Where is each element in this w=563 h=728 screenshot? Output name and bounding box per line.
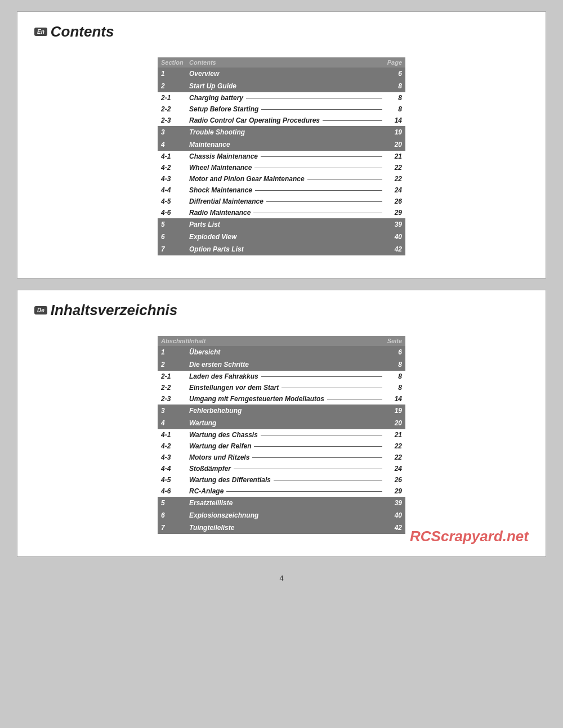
toc-content-text: Setup Before Starting [189, 105, 385, 113]
toc-content-text: Overview [189, 70, 385, 78]
toc-row: 7 Tuingteileliste 42 [158, 522, 405, 534]
toc-page-number: 22 [385, 453, 402, 461]
line-filler [327, 399, 382, 399]
toc-section-number: 4-1 [161, 431, 189, 439]
toc-page-number: 29 [385, 487, 402, 495]
german-contents-section: De Inhaltsverzeichnis Abschnitt Inhalt S… [17, 290, 546, 557]
toc-page-number: 8 [385, 372, 402, 380]
toc-section-number: 1 [161, 70, 189, 78]
content-label: Option Parts List [189, 245, 244, 253]
toc-section-number: 4-3 [161, 175, 189, 183]
content-label: Wartung [189, 419, 216, 427]
line-filler [282, 388, 382, 388]
toc-content-text: Explosionszeichnung [189, 511, 385, 519]
toc-page-number: 26 [385, 197, 402, 205]
toc-section-number: 2 [161, 82, 189, 90]
toc-section-number: 2-2 [161, 384, 189, 392]
watermark: RCScrapyard.net [410, 528, 529, 545]
content-label: Fehlerbehebung [189, 407, 242, 415]
toc-content-text: RC-Anlage [189, 487, 385, 495]
line-filler [255, 190, 382, 191]
toc-content-text: Chassis Maintenance [189, 152, 385, 160]
toc-content-text: Diffrential Maintenance [189, 197, 385, 205]
content-label: Übersicht [189, 348, 220, 356]
toc-content-text: Motor and Pinion Gear Maintenance [189, 175, 385, 183]
toc-page-number: 24 [385, 186, 402, 194]
toc-section-number: 4-1 [161, 152, 189, 160]
german-toc: Abschnitt Inhalt Seite 1 Übersicht 6 2 D… [158, 336, 405, 534]
content-label: Shock Maintenance [189, 186, 252, 194]
toc-section-number: 4-5 [161, 197, 189, 205]
toc-row: 1 Overview 6 [158, 68, 405, 80]
toc-section-number: 2-1 [161, 372, 189, 380]
line-filler [246, 98, 382, 98]
toc-content-text: Option Parts List [189, 245, 385, 253]
content-label: Wheel Maintenance [189, 164, 252, 172]
content-label: Charging battery [189, 94, 243, 102]
content-label: Diffrential Maintenance [189, 197, 263, 205]
line-filler [261, 435, 382, 435]
content-label: Radio Maintenance [189, 209, 251, 217]
content-label: Tuingteileliste [189, 524, 234, 532]
toc-row: 4-6 RC-Anlage 29 [158, 486, 405, 497]
toc-page-number: 40 [385, 233, 402, 241]
line-filler [254, 168, 382, 168]
toc-content-text: Shock Maintenance [189, 186, 385, 194]
toc-row: 4-3 Motor and Pinion Gear Maintenance 22 [158, 173, 405, 185]
toc-row: 4-4 Stoßdämpfer 24 [158, 463, 405, 474]
content-label: Explosionszeichnung [189, 511, 258, 519]
toc-content-text: Wartung des Chassis [189, 431, 385, 439]
german-title: Inhaltsverzeichnis [51, 302, 177, 319]
toc-content-text: Radio Maintenance [189, 209, 385, 217]
toc-row: 2-1 Laden des Fahrakkus 8 [158, 371, 405, 382]
english-contents-section: En Contents Section Contents Page 1 Over… [17, 11, 546, 278]
toc-content-text: Parts List [189, 221, 385, 228]
toc-page-number: 20 [385, 141, 402, 149]
col-section-label: Abschnitt [161, 338, 189, 344]
line-filler [253, 213, 382, 213]
toc-page-number: 39 [385, 499, 402, 507]
toc-content-text: Maintenance [189, 141, 385, 149]
english-title: Contents [51, 23, 114, 41]
toc-row: 4-2 Wheel Maintenance 22 [158, 162, 405, 173]
page-number: 4 [279, 574, 283, 582]
toc-section-number: 4-2 [161, 442, 189, 450]
toc-row: 4-4 Shock Maintenance 24 [158, 185, 405, 196]
toc-content-text: Wheel Maintenance [189, 164, 385, 172]
toc-section-number: 7 [161, 245, 189, 253]
toc-section-number: 3 [161, 128, 189, 136]
content-label: Wartung des Chassis [189, 431, 258, 439]
toc-section-number: 6 [161, 233, 189, 241]
toc-row: 3 Fehlerbehebung 19 [158, 405, 405, 417]
content-label: Umgang mit Ferngesteuerten Modellautos [189, 395, 324, 403]
toc-content-text: Übersicht [189, 348, 385, 356]
toc-page-number: 8 [385, 105, 402, 113]
toc-page-number: 24 [385, 465, 402, 473]
toc-content-text: Motors und Ritzels [189, 453, 385, 461]
line-filler [226, 491, 382, 492]
toc-section-number: 4-4 [161, 186, 189, 194]
toc-content-text: Charging battery [189, 94, 385, 102]
toc-page-number: 6 [385, 70, 402, 78]
toc-section-number: 2 [161, 361, 189, 369]
content-label: RC-Anlage [189, 487, 224, 495]
line-filler [261, 109, 382, 110]
toc-section-number: 4 [161, 419, 189, 427]
line-filler [252, 457, 382, 458]
toc-page-number: 22 [385, 175, 402, 183]
toc-content-text: Exploded View [189, 233, 385, 241]
toc-section-number: 6 [161, 511, 189, 519]
col-page-label: Seite [385, 338, 402, 344]
toc-row: 4-5 Diffrential Maintenance 26 [158, 196, 405, 207]
toc-row: 3 Trouble Shooting 19 [158, 126, 405, 138]
toc-row: 2 Start Up Guide 8 [158, 80, 405, 92]
toc-content-text: Wartung des Differentials [189, 476, 385, 484]
lang-badge-en: En [34, 28, 47, 36]
toc-header-row: Section Contents Page [158, 57, 405, 68]
toc-section-number: 3 [161, 407, 189, 415]
content-label: Exploded View [189, 233, 236, 241]
line-filler [307, 179, 382, 179]
toc-section-number: 4-6 [161, 487, 189, 495]
toc-content-text: Radio Control Car Operating Procedures [189, 116, 385, 124]
line-filler [274, 480, 382, 480]
